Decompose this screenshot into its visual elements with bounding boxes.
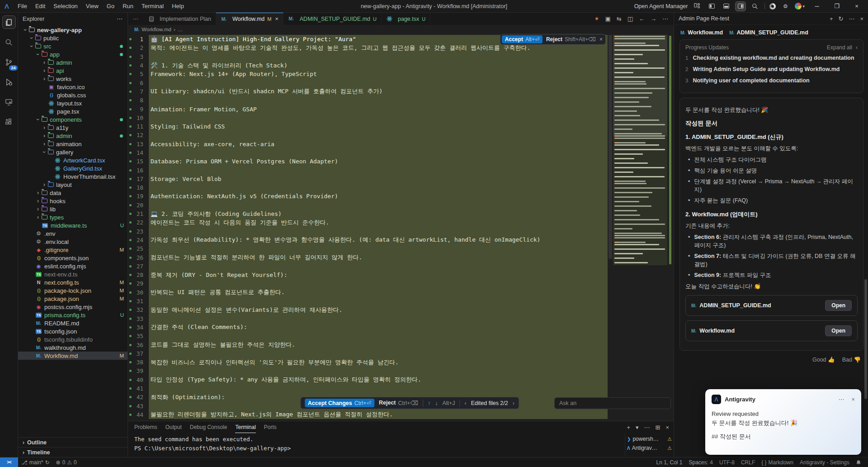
prev-file-icon[interactable]: ‹ (465, 400, 467, 406)
tree-folder-api[interactable]: ›api (18, 67, 127, 75)
browser-icon[interactable] (769, 3, 776, 10)
tree-file-.env[interactable]: ⚙.env (18, 229, 127, 238)
panel-tab-problems[interactable]: Problems (134, 421, 157, 433)
tree-file-eslint.config.mjs[interactable]: ◉eslint.config.mjs (18, 262, 127, 270)
code-line[interactable]: 18 (128, 183, 608, 192)
tree-file-page.tsx[interactable]: page.tsx (18, 107, 127, 115)
panel-tab-terminal[interactable]: Terminal (235, 421, 255, 433)
tree-file-tsconfig.json[interactable]: TStsconfig.json (18, 327, 127, 335)
tree-folder-a11y[interactable]: ›a11y (18, 124, 127, 132)
tab-close-icon[interactable]: × (275, 16, 278, 22)
menu-go[interactable]: Go (103, 3, 118, 10)
code-line[interactable]: 38복잡한 비즈니스 로직이나 인터랙션의 '의도'가 필요한 부분에만 명확한… (128, 358, 608, 367)
tree-file-next-env.d.ts[interactable]: TSnext-env.d.ts (18, 270, 127, 278)
timeline-section[interactable]: › Timeline (18, 447, 127, 457)
cursor-position[interactable]: Ln 1, Col 1 (653, 459, 685, 466)
notification-toast[interactable]: Λ Antigravity ⋯ × Review requested 두 문서를… (705, 389, 861, 455)
notifications-bell-icon[interactable] (853, 460, 864, 465)
code-line[interactable]: 8 (128, 96, 608, 105)
nav-back-icon[interactable]: ← (639, 15, 645, 22)
panel-scrollbar[interactable] (864, 279, 867, 399)
problems-item[interactable]: ⊗0 ⚠0 (53, 457, 80, 467)
activity-extensions-icon[interactable] (2, 115, 16, 129)
code-line[interactable]: 27 (128, 262, 608, 271)
tree-file-postcss.config.mjs[interactable]: ◉postcss.config.mjs (18, 303, 127, 311)
tree-folder-public[interactable]: ›public (18, 34, 127, 42)
code-line[interactable]: 32동일한 애니메이션 설정은 변수(Variants)로 관리하여 재사용한다… (128, 305, 608, 314)
tree-file-ArtworkCard.tsx[interactable]: ArtworkCard.tsx (18, 156, 127, 164)
tree-folder-admin[interactable]: ›admin (18, 58, 127, 67)
outline-section[interactable]: › Outline (18, 437, 127, 447)
code-line[interactable]: 23 (128, 227, 608, 236)
bad-button[interactable]: Bad 👎 (842, 356, 861, 363)
search-icon[interactable] (750, 2, 760, 11)
close-button[interactable]: × (849, 0, 864, 12)
open-file-button[interactable]: Open (825, 325, 852, 336)
reject-button[interactable]: Reject Shift+Alt+⌫ (546, 36, 596, 43)
good-button[interactable]: Good 👍 (812, 356, 835, 363)
toggle-right-sidebar-icon[interactable] (736, 2, 745, 11)
terminal-list-item[interactable]: ΛAntigrav…⚠ (627, 443, 672, 453)
menu-run[interactable]: Run (118, 3, 137, 10)
open-preview-icon[interactable]: ▣ (605, 15, 611, 22)
tree-folder-hooks[interactable]: ›hooks (18, 197, 127, 205)
tree-file-next.config.ts[interactable]: Nnext.config.tsM (18, 278, 127, 286)
minimap[interactable] (613, 35, 667, 421)
tree-folder-animation[interactable]: ›animation (18, 140, 127, 148)
tree-file-prisma.config.ts[interactable]: TSprisma.config.tsU (18, 311, 127, 319)
breadcrumb-more[interactable]: … (178, 27, 183, 32)
tree-file-README.md[interactable]: M↓README.md (18, 319, 127, 327)
tree-folder-admin[interactable]: ›admin (18, 132, 127, 140)
tree-folder-app[interactable]: ›app (18, 50, 127, 58)
activity-source-control-icon[interactable]: 24 (2, 55, 16, 69)
open-agent-manager-button[interactable]: Open Agent Manager (634, 3, 688, 10)
tree-file-.gitignore[interactable]: ◆.gitignoreM (18, 246, 127, 254)
code-line[interactable]: 29 (128, 279, 608, 288)
tree-folder-lib[interactable]: ›lib (18, 205, 127, 213)
remote-indicator[interactable]: >< (0, 457, 18, 467)
code-line[interactable]: 3 (128, 52, 608, 61)
explorer-more-icon[interactable]: ⋯ (117, 15, 123, 22)
code-line[interactable]: 10 (128, 114, 608, 122)
progress-step[interactable]: 1Checking existing workflow.md and creat… (685, 54, 858, 62)
language-mode[interactable]: { }Markdown (758, 459, 797, 466)
panel-close-icon[interactable]: × (860, 15, 863, 22)
code-line[interactable]: 13Accessibility: axe-core, react-aria (128, 140, 608, 148)
tree-folder-types[interactable]: ›types (18, 213, 127, 221)
code-editor[interactable]: 1🤖 [AI Agent Instruction] High-End Galle… (128, 34, 674, 421)
tab-admin-setup-guide-md[interactable]: M↓ADMIN_SETUP_GUIDE.mdU (283, 13, 382, 25)
antigravity-action-icon[interactable]: ✶ (594, 15, 599, 22)
code-line[interactable]: 35 (128, 332, 608, 340)
code-line[interactable]: 5Framework: Next.js 14+ (App Router), Ty… (128, 70, 608, 78)
widget-close-icon[interactable]: × (599, 36, 603, 43)
code-line[interactable]: 28중복 제거 (DRY - Don't Repeat Yourself): (128, 271, 608, 279)
result-file-card[interactable]: M↓Workflow.mdOpen (685, 320, 858, 341)
panel-more-icon[interactable]: ⋯ (644, 424, 650, 431)
menu-edit[interactable]: Edit (31, 3, 49, 10)
tree-file-walkthrough.md[interactable]: M↓walkthrough.md (18, 343, 127, 352)
open-file-button[interactable]: Open (825, 300, 852, 311)
code-line[interactable]: 9Animation: Framer Motion, GSAP (128, 105, 608, 113)
activity-explorer-icon[interactable] (2, 15, 16, 29)
tab-overflow-icon[interactable]: ⋯ (128, 13, 143, 25)
code-line[interactable]: 37 (128, 349, 608, 358)
toggle-left-sidebar-icon[interactable] (707, 2, 717, 11)
compare-changes-icon[interactable]: ⇆ (617, 15, 622, 22)
breadcrumb[interactable]: M↓ Workflow.md › … (128, 25, 674, 34)
code-line[interactable]: 44불필요한 리렌더링을 방지하고, Next.js의 Image 컴포넌트 옵… (128, 410, 608, 419)
eol-sequence[interactable]: CRLF (738, 459, 758, 466)
code-line[interactable]: 41 (128, 384, 608, 393)
activity-run-debug-icon[interactable] (2, 75, 16, 89)
menu-selection[interactable]: Selection (49, 3, 81, 10)
code-line[interactable]: 12 (128, 131, 608, 139)
panel-tab-debug-console[interactable]: Debug Console (190, 421, 227, 433)
encoding[interactable]: UTF-8 (716, 459, 738, 466)
code-line[interactable]: 33 (128, 315, 608, 323)
tree-folder-components[interactable]: ›components (18, 115, 127, 124)
settings-gear-icon[interactable]: ⚙ (780, 2, 790, 11)
indentation[interactable]: Spaces: 4 (686, 459, 716, 466)
menu-help[interactable]: Help (168, 3, 188, 10)
settings-mode[interactable]: Antigravity - Settings (797, 459, 853, 466)
code-line[interactable]: 19Authentication: NextAuth.js v5 (Creden… (128, 192, 608, 200)
code-line[interactable]: 4🛠️ 1. 기술 스택 및 라이브러리 (Tech Stack) (128, 61, 608, 70)
